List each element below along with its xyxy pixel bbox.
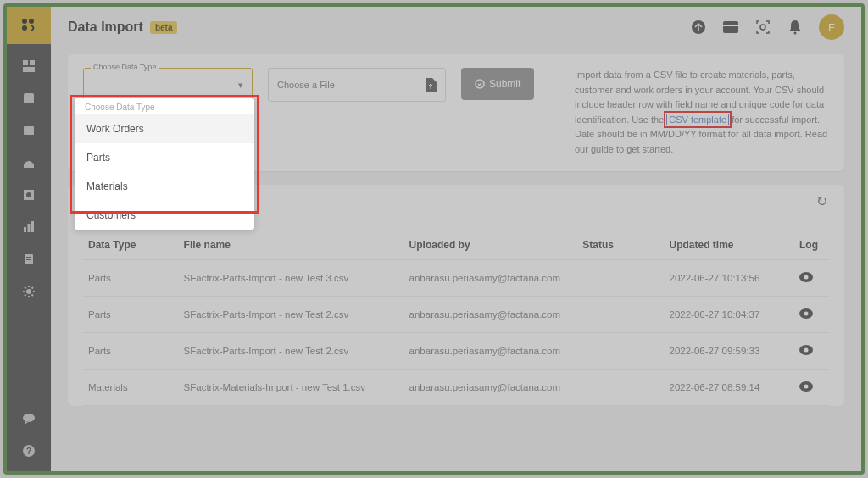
svg-rect-7 bbox=[24, 126, 34, 135]
view-log-icon[interactable] bbox=[794, 259, 829, 296]
nav-settings-icon[interactable] bbox=[19, 281, 39, 302]
dropdown-option[interactable]: Parts bbox=[75, 143, 254, 172]
sidebar: ? bbox=[7, 7, 51, 471]
logo[interactable] bbox=[7, 7, 51, 44]
nav-help-icon[interactable]: ? bbox=[19, 441, 39, 461]
svg-point-1 bbox=[29, 19, 34, 24]
cell-uploaded: anbarasu.periasamy@factana.com bbox=[404, 332, 578, 369]
cell-status bbox=[577, 259, 664, 296]
file-placeholder: Choose a File bbox=[277, 80, 335, 90]
nav-dashboard-icon[interactable] bbox=[19, 56, 39, 76]
submit-button[interactable]: Submit bbox=[461, 68, 534, 100]
submit-label: Submit bbox=[489, 78, 520, 90]
th-status: Status bbox=[577, 231, 664, 260]
nav-module-icon[interactable] bbox=[19, 120, 39, 141]
cell-updated: 2022-06-27 08:59:14 bbox=[665, 369, 794, 405]
cell-file: SFactrix-Materials-Import - new Test 1.c… bbox=[179, 369, 404, 405]
cell-type: Parts bbox=[83, 296, 179, 332]
svg-point-29 bbox=[804, 311, 809, 315]
cell-file: SFactrix-Parts-Import - new Test 3.csv bbox=[179, 259, 404, 296]
info-text: Import data from a CSV file to create ma… bbox=[575, 68, 829, 158]
cell-file: SFactrix-Parts-Import - new Test 2.csv bbox=[179, 332, 404, 369]
nav-chat-icon[interactable] bbox=[19, 409, 39, 429]
svg-point-16 bbox=[26, 289, 31, 294]
nav-report-icon[interactable] bbox=[19, 249, 39, 270]
main-content: Data Import beta F Choose Data Type ▾ Ch… bbox=[51, 7, 861, 471]
svg-point-2 bbox=[22, 25, 27, 31]
select-label: Choose Data Type bbox=[91, 63, 159, 71]
scan-icon[interactable] bbox=[754, 19, 771, 36]
svg-rect-15 bbox=[26, 259, 31, 260]
beta-badge: beta bbox=[150, 21, 178, 34]
view-log-icon[interactable] bbox=[794, 332, 829, 369]
avatar-initial: F bbox=[828, 21, 835, 34]
table-row: PartsSFactrix-Parts-Import - new Test 2.… bbox=[83, 332, 829, 369]
table-row: PartsSFactrix-Parts-Import - new Test 2.… bbox=[83, 296, 829, 332]
cell-uploaded: anbarasu.periasamy@factana.com bbox=[404, 296, 578, 332]
data-type-select[interactable]: Choose Data Type ▾ bbox=[83, 68, 253, 102]
avatar[interactable]: F bbox=[819, 14, 844, 40]
card-icon[interactable] bbox=[722, 19, 739, 36]
svg-rect-5 bbox=[23, 67, 35, 72]
svg-text:?: ? bbox=[26, 447, 31, 456]
cell-status bbox=[577, 369, 664, 405]
svg-point-27 bbox=[804, 275, 809, 279]
cell-updated: 2022-06-27 09:59:33 bbox=[665, 332, 794, 369]
nav-module-icon[interactable] bbox=[19, 185, 39, 205]
svg-point-24 bbox=[794, 32, 797, 35]
page-title: Data Import bbox=[68, 19, 143, 35]
svg-rect-14 bbox=[26, 257, 31, 258]
th-uploaded: Uploaded by bbox=[404, 231, 578, 260]
nav-module-icon[interactable] bbox=[19, 153, 39, 173]
svg-rect-21 bbox=[723, 21, 738, 33]
th-updated: Updated time bbox=[665, 231, 794, 260]
topbar: Data Import beta F bbox=[51, 7, 861, 47]
svg-rect-6 bbox=[24, 93, 34, 103]
check-icon bbox=[475, 79, 485, 89]
file-input[interactable]: Choose a File bbox=[268, 68, 446, 102]
nav-analytics-icon[interactable] bbox=[19, 217, 39, 237]
cell-type: Parts bbox=[83, 332, 179, 369]
cell-uploaded: anbarasu.periasamy@factana.com bbox=[404, 259, 578, 296]
th-file: File name bbox=[179, 231, 404, 260]
svg-point-33 bbox=[804, 384, 809, 388]
svg-point-23 bbox=[760, 25, 765, 30]
cell-file: SFactrix-Parts-Import - new Test 2.csv bbox=[179, 296, 404, 332]
svg-rect-4 bbox=[30, 60, 35, 65]
svg-rect-12 bbox=[31, 221, 34, 232]
svg-rect-22 bbox=[723, 25, 738, 26]
svg-point-0 bbox=[22, 19, 27, 24]
svg-rect-3 bbox=[23, 60, 28, 65]
svg-point-9 bbox=[26, 192, 31, 197]
cell-uploaded: anbarasu.periasamy@factana.com bbox=[404, 369, 578, 405]
view-log-icon[interactable] bbox=[794, 296, 829, 332]
cell-type: Materials bbox=[83, 369, 179, 405]
csv-template-link[interactable]: CSV template bbox=[666, 114, 729, 125]
th-type: Data Type bbox=[83, 231, 179, 260]
cell-status bbox=[577, 332, 664, 369]
dropdown-option[interactable]: Customers bbox=[75, 201, 254, 230]
dropdown-option[interactable]: Materials bbox=[75, 172, 254, 201]
import-table: Data Type File name Uploaded by Status U… bbox=[83, 231, 829, 406]
svg-rect-10 bbox=[24, 227, 26, 232]
cell-updated: 2022-06-27 10:04:37 bbox=[665, 296, 794, 332]
nav-module-icon[interactable] bbox=[19, 88, 39, 108]
svg-point-17 bbox=[23, 414, 35, 422]
svg-rect-11 bbox=[28, 224, 31, 232]
cell-type: Parts bbox=[83, 259, 179, 296]
cell-status bbox=[577, 296, 664, 332]
table-row: MaterialsSFactrix-Materials-Import - new… bbox=[83, 369, 829, 405]
bell-icon[interactable] bbox=[787, 19, 804, 36]
svg-point-31 bbox=[804, 347, 809, 352]
refresh-icon[interactable]: ↻ bbox=[816, 193, 827, 209]
dropdown-header: Choose Data Type bbox=[75, 98, 254, 114]
upload-icon[interactable] bbox=[690, 19, 707, 36]
cell-updated: 2022-06-27 10:13:56 bbox=[665, 259, 794, 296]
data-type-dropdown: Choose Data Type Work OrdersPartsMateria… bbox=[75, 98, 254, 230]
view-log-icon[interactable] bbox=[794, 369, 829, 405]
table-row: PartsSFactrix-Parts-Import - new Test 3.… bbox=[83, 259, 829, 296]
th-log: Log bbox=[794, 231, 829, 260]
file-icon bbox=[425, 78, 437, 92]
dropdown-option[interactable]: Work Orders bbox=[75, 114, 254, 143]
